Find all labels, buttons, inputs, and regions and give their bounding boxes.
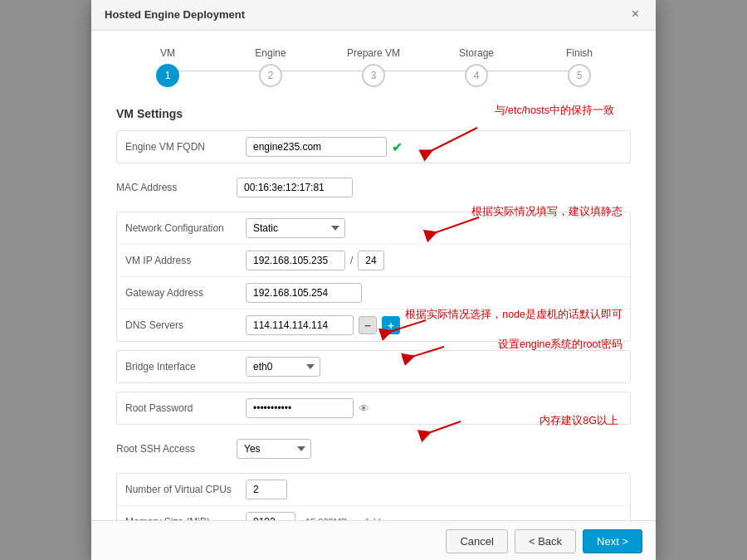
ssh-select[interactable]: Yes No — [237, 439, 311, 459]
step-storage-circle: 4 — [465, 64, 488, 87]
memory-row: Memory Size (MiB) 15,062MB available — [117, 506, 630, 520]
fqdn-row: Engine VM FQDN ✔ — [117, 131, 630, 163]
vcpu-input[interactable] — [246, 480, 287, 499]
ssh-row: Root SSH Access Yes No — [116, 433, 631, 465]
dns-label: DNS Servers — [125, 319, 246, 331]
root-pw-row: Root Password 👁 — [117, 392, 630, 424]
gateway-row: Gateway Address — [117, 277, 630, 309]
mac-input[interactable] — [237, 178, 353, 197]
step-engine-circle: 2 — [259, 64, 282, 87]
cidr-slash: / — [350, 255, 353, 266]
step-engine: Engine 2 — [219, 47, 322, 87]
step-vm-label: VM — [160, 47, 175, 59]
check-icon: ✔ — [392, 139, 403, 155]
network-config-row: Network Configuration Static DHCP — [117, 212, 630, 245]
memory-input[interactable] — [246, 512, 295, 520]
step-preparevm-circle: 3 — [362, 64, 385, 87]
fqdn-input[interactable] — [246, 137, 387, 157]
stepper: VM 1 Engine 2 Prepare VM 3 Storage 4 Fin… — [116, 47, 631, 87]
network-config-select[interactable]: Static DHCP — [246, 218, 345, 238]
memory-label: Memory Size (MiB) — [125, 516, 246, 520]
network-config-label: Network Configuration — [125, 222, 246, 234]
vm-ip-input[interactable] — [246, 251, 345, 270]
step-vm: VM 1 — [116, 47, 219, 87]
back-button[interactable]: < Back — [515, 529, 576, 553]
step-finish-label: Finish — [566, 47, 593, 59]
step-finish-circle: 5 — [568, 64, 591, 87]
dns-remove-button[interactable]: − — [359, 316, 377, 334]
dialog-title: Hosted Engine Deployment — [105, 8, 245, 21]
gateway-label: Gateway Address — [125, 287, 246, 299]
vcpu-label: Number of Virtual CPUs — [125, 484, 246, 495]
vm-ip-label: VM IP Address — [125, 255, 246, 266]
bridge-row: Bridge Interface eth0 eth1 — [117, 351, 630, 382]
dns-row: DNS Servers − + — [117, 309, 630, 341]
dns-add-button[interactable]: + — [382, 316, 400, 334]
step-storage-label: Storage — [459, 47, 494, 59]
close-button[interactable]: × — [628, 7, 642, 22]
dialog-footer: Cancel < Back Next > — [91, 520, 656, 560]
vm-ip-row: VM IP Address / — [117, 245, 630, 277]
step-finish: Finish 5 — [528, 47, 631, 87]
step-engine-label: Engine — [255, 47, 286, 59]
mac-label: MAC Address — [116, 182, 237, 193]
root-pw-label: Root Password — [125, 402, 246, 414]
mac-row: MAC Address — [116, 172, 631, 203]
step-storage: Storage 4 — [425, 47, 528, 87]
cidr-input[interactable] — [358, 251, 384, 270]
fqdn-label: Engine VM FQDN — [125, 141, 246, 153]
bridge-label: Bridge Interface — [125, 361, 246, 373]
bridge-select[interactable]: eth0 eth1 — [246, 357, 320, 377]
ssh-label: Root SSH Access — [116, 443, 237, 455]
cancel-button[interactable]: Cancel — [446, 529, 507, 553]
section-title: VM Settings — [116, 107, 631, 120]
gateway-input[interactable] — [246, 283, 362, 303]
root-pw-input[interactable] — [246, 398, 354, 418]
next-button[interactable]: Next > — [583, 529, 642, 553]
step-vm-circle: 1 — [156, 64, 179, 87]
step-preparevm-label: Prepare VM — [347, 47, 400, 59]
dns-input[interactable] — [246, 315, 354, 335]
step-preparevm: Prepare VM 3 — [322, 47, 425, 87]
vcpu-row: Number of Virtual CPUs — [117, 474, 630, 506]
show-password-icon[interactable]: 👁 — [359, 402, 369, 415]
memory-available-text: 15,062MB available — [305, 517, 386, 520]
